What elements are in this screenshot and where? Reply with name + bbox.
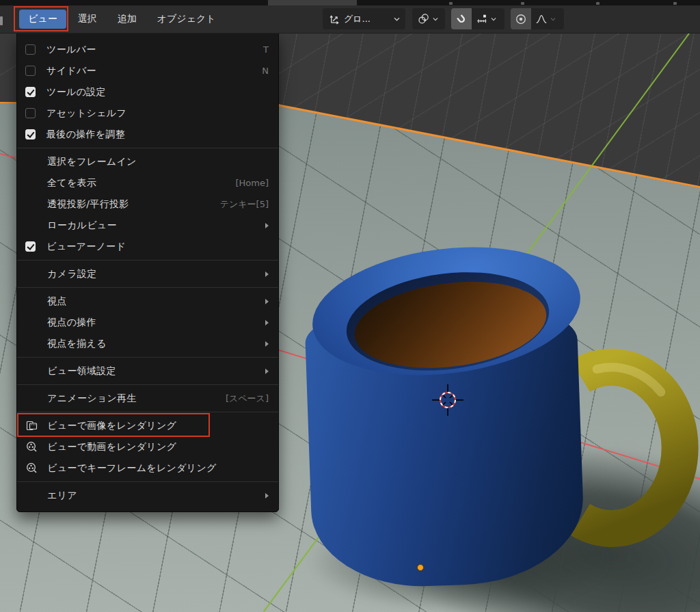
- menu-separator: [17, 357, 278, 358]
- menu-item-area[interactable]: エリア: [17, 485, 278, 506]
- menu-item-viewer-node[interactable]: ビューアーノード: [17, 236, 278, 257]
- checkbox: [25, 66, 36, 76]
- view-menu-dropdown: ツールバー T サイドバー N ツールの設定 アセットシェルフ 最後の操作を調整: [16, 33, 279, 512]
- menu-separator: [17, 287, 278, 288]
- object-origin-dot: [417, 564, 424, 571]
- magnet-icon: [455, 13, 468, 25]
- menu-item-frame-all[interactable]: 全てを表示 [Home]: [17, 172, 278, 194]
- menu-item-camera-settings[interactable]: カメラ設定: [17, 263, 278, 284]
- editor-type-fragment: [0, 16, 3, 25]
- menu-item-viewport-render-image[interactable]: ビューで画像をレンダリング: [17, 415, 278, 436]
- cutoff-icon-fragment: [673, 2, 677, 5]
- proportional-editing-icon: [515, 13, 527, 25]
- render-image-icon: [26, 420, 38, 431]
- 3d-viewport[interactable]: ツールバー T サイドバー N ツールの設定 アセットシェルフ 最後の操作を調整: [0, 33, 700, 612]
- chevron-down-icon: [433, 17, 438, 21]
- menu-item-toolbar[interactable]: ツールバー T: [17, 39, 278, 60]
- snap-increment-icon: [476, 13, 488, 25]
- snap-group: [451, 8, 504, 29]
- menu-item-viewport-render-keyframes[interactable]: ビューでキーフレームをレンダリング: [17, 457, 278, 479]
- falloff-curve-icon: [535, 13, 548, 25]
- selected-plane-outline: [278, 104, 700, 188]
- submenu-arrow-icon: [265, 369, 269, 374]
- menu-item-viewpoint[interactable]: 視点: [17, 291, 278, 312]
- submenu-arrow-icon: [265, 271, 269, 277]
- orientation-axes-icon: [328, 12, 341, 25]
- render-animation-icon: [26, 441, 38, 453]
- pivot-point-icon: [417, 12, 430, 25]
- 3d-cursor: [431, 383, 465, 417]
- menu-select[interactable]: 選択: [69, 10, 106, 29]
- menu-item-sidebar[interactable]: サイドバー N: [17, 60, 278, 81]
- checkbox: [25, 87, 36, 97]
- chevron-down-icon: [550, 17, 556, 21]
- menu-item-navigation[interactable]: 視点の操作: [17, 312, 278, 333]
- submenu-arrow-icon: [265, 320, 269, 325]
- menu-object[interactable]: オブジェクト: [148, 10, 225, 29]
- menu-separator: [17, 412, 278, 412]
- checkbox: [25, 108, 36, 118]
- menu-item-viewport-render-animation[interactable]: ビューで動画をレンダリング: [17, 436, 278, 457]
- submenu-arrow-icon: [265, 223, 269, 228]
- cutoff-icon-fragment: [449, 2, 453, 5]
- snap-toggle-button[interactable]: [451, 8, 472, 29]
- menu-view[interactable]: ビュー: [19, 10, 66, 29]
- submenu-arrow-icon: [265, 341, 269, 347]
- checkbox: [25, 129, 36, 139]
- pivot-point-dropdown[interactable]: [412, 8, 445, 29]
- checkbox: [25, 44, 36, 55]
- menu-item-play-animation[interactable]: アニメーション再生 [スペース]: [17, 388, 278, 409]
- falloff-dropdown[interactable]: [531, 8, 560, 29]
- snap-settings-dropdown[interactable]: [472, 8, 500, 29]
- proportional-editing-toggle[interactable]: [511, 8, 531, 29]
- top-partial-strip: [0, 0, 700, 5]
- chevron-down-icon: [394, 17, 400, 21]
- menu-separator: [17, 260, 278, 261]
- chevron-down-icon: [491, 17, 496, 21]
- menu-item-adjust-last-operation[interactable]: 最後の操作を調整: [17, 124, 278, 145]
- menu-separator: [17, 384, 278, 385]
- menu-separator: [17, 481, 278, 482]
- menu-add[interactable]: 追加: [109, 10, 146, 29]
- cutoff-icon-fragment: [596, 2, 600, 5]
- menu-item-view-regions[interactable]: ビュー領域設定: [17, 360, 278, 382]
- menu-item-tool-settings[interactable]: ツールの設定: [17, 81, 278, 103]
- viewport-header: ビュー 選択 追加 オブジェクト グロ...: [0, 5, 700, 34]
- orientation-label: グロ...: [344, 13, 371, 25]
- transform-orientation-dropdown[interactable]: グロ...: [323, 8, 405, 29]
- menu-separator: [17, 148, 278, 148]
- menu-item-asset-shelf[interactable]: アセットシェルフ: [17, 103, 278, 124]
- menu-item-perspective-orthographic[interactable]: 透視投影/平行投影 テンキー[5]: [17, 194, 278, 215]
- submenu-arrow-icon: [265, 299, 269, 304]
- proportional-group: [511, 8, 564, 29]
- cutoff-icon-fragment: [521, 2, 524, 5]
- blender-3d-viewport-window: ビュー 選択 追加 オブジェクト グロ...: [0, 0, 700, 612]
- checkbox: [25, 241, 36, 252]
- menu-item-local-view[interactable]: ローカルビュー: [17, 215, 278, 236]
- menubar: ビュー 選択 追加 オブジェクト: [19, 8, 225, 30]
- render-animation-icon: [26, 462, 38, 474]
- menu-item-frame-selected[interactable]: 選択をフレームイン: [17, 151, 278, 172]
- submenu-arrow-icon: [265, 493, 269, 498]
- menu-item-align-view[interactable]: 視点を揃える: [17, 333, 278, 354]
- cutoff-tab-fragment: [268, 0, 357, 5]
